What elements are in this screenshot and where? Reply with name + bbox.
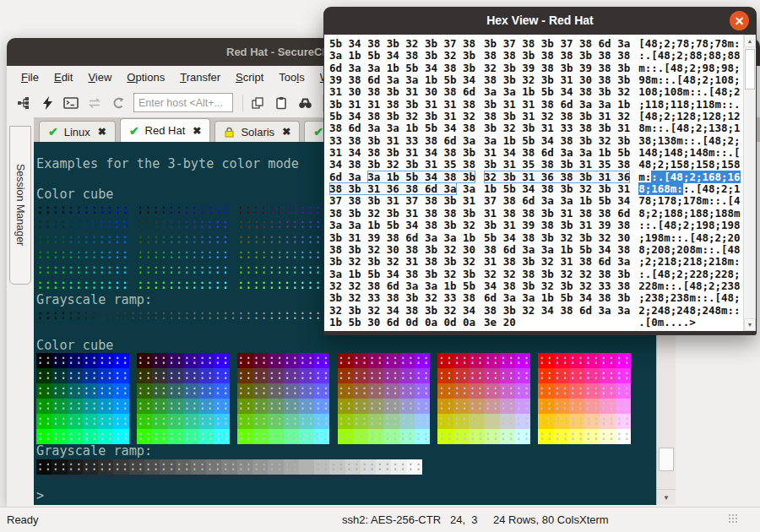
- hex-bytes-right: 3e 20: [484, 317, 630, 328]
- hex-ascii: [48;2;128;128;12: [638, 111, 743, 122]
- copy-icon: [251, 96, 264, 110]
- quick-connect-button[interactable]: [37, 93, 57, 113]
- hex-bytes-left: 3b 32 33 38 3b 32 33 38: [329, 292, 475, 304]
- menu-options[interactable]: Options: [119, 68, 172, 86]
- copy-button[interactable]: [247, 93, 268, 113]
- connect-terminal-button[interactable]: [61, 93, 81, 113]
- hex-bytes-left: 3a 1b 5b 34 38 3b 32 3b: [329, 269, 475, 280]
- resize-grip[interactable]: [728, 513, 738, 524]
- menu-view[interactable]: View: [80, 68, 119, 86]
- close-icon[interactable]: ✕: [730, 11, 749, 30]
- color-cube-label: Color cube: [36, 339, 656, 354]
- hex-bytes-left: 5b 34 38 3b 32 3b 31 32: [329, 111, 475, 122]
- terminal-scroll-down-button[interactable]: ▼: [657, 489, 676, 505]
- hex-row: 6d 3a 3a 1b 5b 34 38 3b32 3b 39 38 3b 39…: [329, 62, 743, 74]
- hex-bytes-right: 34 38 3b 32 3b 32 33 38: [484, 280, 630, 292]
- hex-ascii: m::.[48;2;168;16: [638, 171, 743, 183]
- host-input[interactable]: [133, 93, 233, 112]
- hex-dialog-body: 5b 34 38 3b 32 3b 37 383b 37 38 3b 37 38…: [324, 35, 756, 331]
- hex-bytes-right: 38 38 3b 38 38 3b 38 38: [484, 50, 630, 62]
- tab-close-icon[interactable]: ✖: [193, 125, 201, 137]
- tab-red-hat[interactable]: ✔Red Hat✖: [120, 118, 211, 142]
- disconnect-button[interactable]: [108, 93, 128, 113]
- hex-ascii: :.[48;2;88;88;88: [638, 50, 743, 62]
- menu-transfer[interactable]: Transfer: [172, 68, 228, 86]
- hex-ascii: 8;2;188;188;188m: [638, 208, 743, 220]
- window-title: Red Hat - SecureCRT: [226, 46, 337, 58]
- session-manager-tab[interactable]: Session Manager: [9, 126, 31, 285]
- paste-button[interactable]: [271, 93, 291, 113]
- hex-bytes-left: 39 38 6d 3a 3a 1b 5b 34: [329, 74, 475, 86]
- session-manager-label: Session Manager: [14, 164, 26, 246]
- hex-row: 6d 3a 3a 1b 5b 34 38 3b32 3b 31 36 38 3b…: [329, 171, 743, 183]
- hex-bytes-right: 31 34 38 6d 3a 3a 1b 5b: [484, 147, 630, 159]
- hex-row: 38 3b 32 30 38 3b 32 3038 6d 3a 3a 1b 5b…: [329, 244, 743, 256]
- hex-scroll-down-button[interactable]: ▼: [744, 318, 756, 331]
- lightning-icon: [41, 96, 54, 110]
- hex-row: 1b 5b 30 6d 0d 0a 0d 0a3e 20.[0m....>: [329, 317, 743, 328]
- status-cursor-position: 24, 3: [450, 513, 478, 526]
- hex-bytes-left: 6d 3a 3a 1b 5b 34 38 3b: [329, 171, 475, 183]
- session-manager-button[interactable]: [14, 93, 34, 113]
- hex-row: 3a 1b 5b 34 38 3b 32 3b32 32 38 3b 32 32…: [329, 269, 743, 280]
- hex-bytes-right: 3b 31 31 38 6d 3a 3a 1b: [484, 99, 630, 111]
- hex-bytes-right: 37 38 6d 3a 3a 1b 5b 34: [484, 195, 630, 207]
- grayscale-bg-row: ::::::::::::::::::::::::::::::::::::::::…: [36, 459, 656, 475]
- hex-bytes-left: 38 6d 3a 3a 1b 5b 34 38: [329, 122, 475, 134]
- hex-row: 38 3b 31 36 38 6d 3a 3a1b 5b 34 38 3b 32…: [329, 183, 743, 195]
- hex-bytes-left: 3b 32 3b 32 31 38 3b 32: [329, 256, 475, 268]
- color-cube-bg-row: :::::::::::: :::::::::::: :::::::::::: :…: [36, 414, 656, 429]
- check-icon: ✔: [313, 125, 323, 138]
- toolbar-separator: [242, 95, 243, 111]
- hex-bytes-left: 3a 3a 1b 5b 34 38 3b 32: [329, 220, 475, 231]
- hex-dialog-titlebar[interactable]: Hex View - Red Hat ✕: [324, 7, 756, 35]
- hex-ascii: m::.[48;2;98;98;: [638, 62, 743, 74]
- tab-linux[interactable]: ✔Linux✖: [39, 121, 116, 142]
- hex-scrollbar-thumb[interactable]: [745, 49, 755, 90]
- hex-ascii: ;198m::.[48;2;20: [638, 232, 743, 244]
- menu-edit[interactable]: Edit: [46, 68, 80, 86]
- hex-bytes-right: 38 6d 3a 3a 1b 5b 34 38: [484, 244, 630, 256]
- terminal-icon: [63, 96, 79, 110]
- hex-row: 3b 31 39 38 6d 3a 3a 1b5b 34 38 3b 32 3b…: [329, 232, 743, 244]
- tab-solaris[interactable]: Solaris✖: [214, 121, 300, 142]
- terminal-scrollbar-thumb[interactable]: [659, 448, 674, 471]
- hex-ascii: 148;148;148m::.[: [638, 147, 743, 159]
- hex-bytes-left: 31 34 38 3b 31 34 38 3b: [329, 147, 475, 159]
- hex-bytes-left: 3b 31 31 38 3b 31 31 38: [329, 99, 475, 111]
- hex-bytes-left: 31 30 38 3b 31 30 38 6d: [329, 86, 475, 98]
- hex-bytes-right: 31 38 38 3b 31 38 38 6d: [484, 208, 630, 220]
- color-cube-bg-row: :::::::::::: :::::::::::: :::::::::::: :…: [36, 368, 656, 383]
- hex-bytes-left: 32 32 38 6d 3a 3a 1b 5b: [329, 280, 475, 292]
- hex-bytes-right: 38 3b 31 32 38 3b 31 32: [484, 111, 630, 122]
- grayscale-label: Grayscale ramp:: [36, 444, 656, 459]
- menu-file[interactable]: File: [14, 68, 46, 86]
- hex-scroll-up-button[interactable]: ▲: [744, 35, 756, 47]
- hex-row: 33 38 3b 31 33 38 6d 3a3a 1b 5b 34 38 3b…: [329, 135, 743, 147]
- status-emulation: Xterm: [579, 513, 609, 526]
- menu-script[interactable]: Script: [228, 68, 271, 86]
- tab-close-icon[interactable]: ✖: [282, 126, 290, 138]
- hex-ascii: 98m::.[48;2;108;: [638, 74, 743, 86]
- hex-ascii: ;238;238m::.[48;: [638, 292, 743, 304]
- hex-ascii: 108;108m::.[48;2: [638, 86, 743, 98]
- hex-view-dialog: Hex View - Red Hat ✕ 5b 34 38 3b 32 3b 3…: [323, 7, 757, 335]
- hex-ascii: ;2;218;218;218m:: [638, 256, 743, 268]
- hex-bytes-right: 3b 31 39 38 3b 31 39 38: [484, 220, 630, 231]
- check-icon: ✔: [48, 125, 58, 138]
- hex-row: 5b 34 38 3b 32 3b 31 3238 3b 31 32 38 3b…: [329, 111, 743, 122]
- hex-scrollbar[interactable]: ▲ ▼: [743, 35, 756, 331]
- find-button[interactable]: [295, 93, 315, 113]
- hex-ascii: :.[48;2;228;228;: [638, 269, 743, 280]
- hex-bytes-right: 3a 3a 1b 5b 34 38 3b 32: [484, 86, 630, 98]
- tab-close-icon[interactable]: ✖: [98, 126, 106, 138]
- hex-dump[interactable]: 5b 34 38 3b 32 3b 37 383b 37 38 3b 37 38…: [324, 35, 743, 331]
- tab-label: Linux: [64, 126, 90, 138]
- hex-ascii: ;118;118;118m::.: [638, 99, 743, 111]
- reconnect-button[interactable]: [84, 93, 105, 113]
- hex-bytes-left: 38 3b 32 30 38 3b 32 30: [329, 244, 475, 256]
- color-cube-bg-row: :::::::::::: :::::::::::: :::::::::::: :…: [36, 383, 656, 399]
- lock-icon: [224, 127, 235, 138]
- hex-bytes-right: 32 3b 39 38 3b 39 38 3b: [484, 62, 630, 74]
- menu-tools[interactable]: Tools: [271, 68, 312, 86]
